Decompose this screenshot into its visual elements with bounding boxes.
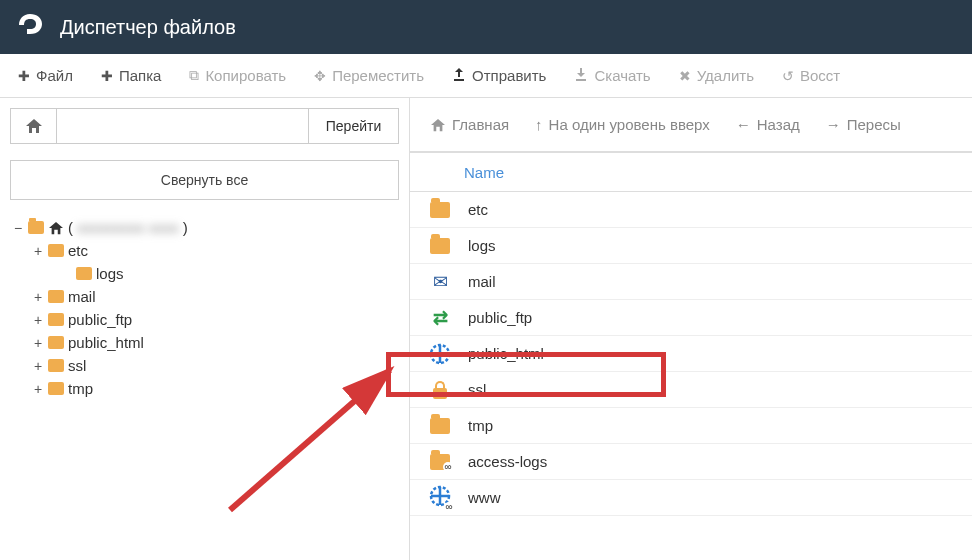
file-name: public_ftp bbox=[468, 309, 532, 326]
table-row[interactable]: logs bbox=[410, 228, 972, 264]
nav-toolbar: Главная ↑ На один уровень вверх ← Назад … bbox=[410, 98, 972, 152]
folder-icon bbox=[48, 290, 64, 303]
tree-node[interactable]: +public_ftp bbox=[32, 308, 399, 331]
table-row[interactable]: etc bbox=[410, 192, 972, 228]
home-icon bbox=[430, 118, 446, 132]
lock-icon bbox=[433, 381, 447, 399]
transfer-icon: ⇄ bbox=[433, 307, 448, 329]
copy-button[interactable]: ⧉Копировать bbox=[175, 59, 300, 92]
plus-icon: ✚ bbox=[18, 68, 30, 84]
folder-icon bbox=[430, 202, 450, 218]
table-header: Name bbox=[410, 152, 972, 192]
expand-icon[interactable]: + bbox=[32, 358, 44, 374]
folder-icon bbox=[430, 418, 450, 434]
folder-icon bbox=[48, 244, 64, 257]
folder-icon bbox=[48, 382, 64, 395]
expand-icon[interactable]: + bbox=[32, 243, 44, 259]
delete-icon: ✖ bbox=[679, 68, 691, 84]
table-row[interactable]: ∞access-logs bbox=[410, 444, 972, 480]
home-icon bbox=[25, 118, 43, 134]
upload-button[interactable]: Отправить bbox=[438, 59, 560, 92]
mail-icon: ✉ bbox=[433, 271, 448, 293]
app-title: Диспетчер файлов bbox=[60, 16, 236, 39]
expand-icon[interactable]: + bbox=[32, 289, 44, 305]
globe-icon bbox=[429, 343, 451, 365]
move-button[interactable]: ✥Переместить bbox=[300, 59, 438, 92]
nav-home-button[interactable]: Главная bbox=[420, 110, 519, 139]
folder-icon bbox=[430, 238, 450, 254]
folder-icon bbox=[48, 359, 64, 372]
tree-label: ssl bbox=[68, 357, 86, 374]
restore-icon: ↺ bbox=[782, 68, 794, 84]
file-name: access-logs bbox=[468, 453, 547, 470]
table-row[interactable]: public_html bbox=[410, 336, 972, 372]
arrow-left-icon: ← bbox=[736, 116, 751, 133]
link-badge-icon: ∞ bbox=[444, 502, 454, 512]
download-button[interactable]: Скачать bbox=[560, 59, 664, 92]
move-icon: ✥ bbox=[314, 68, 326, 84]
folder-open-icon bbox=[28, 221, 44, 234]
folder-icon bbox=[48, 336, 64, 349]
tree-label: logs bbox=[96, 265, 124, 282]
tree-label: public_ftp bbox=[68, 311, 132, 328]
file-list: etclogs✉mail⇄public_ftppublic_htmlssltmp… bbox=[410, 192, 972, 516]
copy-icon: ⧉ bbox=[189, 67, 199, 84]
table-row[interactable]: ✉mail bbox=[410, 264, 972, 300]
folder-icon bbox=[48, 313, 64, 326]
delete-button[interactable]: ✖Удалить bbox=[665, 59, 768, 92]
plus-icon: ✚ bbox=[101, 68, 113, 84]
tree-root[interactable]: − (xxxxxxxxx xxxx) bbox=[12, 216, 399, 239]
upload-icon bbox=[452, 67, 466, 84]
file-name: tmp bbox=[468, 417, 493, 434]
tree-label: mail bbox=[68, 288, 96, 305]
download-icon bbox=[574, 67, 588, 84]
content-container: Перейти Свернуть все − (xxxxxxxxx xxxx) … bbox=[0, 98, 972, 560]
restore-button[interactable]: ↺Восст bbox=[768, 59, 854, 92]
file-name: public_html bbox=[468, 345, 544, 362]
folder-icon bbox=[76, 267, 92, 280]
collapse-all-button[interactable]: Свернуть все bbox=[10, 160, 399, 200]
file-name: etc bbox=[468, 201, 488, 218]
tree-node[interactable]: +mail bbox=[32, 285, 399, 308]
tree-label: tmp bbox=[68, 380, 93, 397]
app-header: Диспетчер файлов bbox=[0, 0, 972, 54]
tree-node[interactable]: +public_html bbox=[32, 331, 399, 354]
logo-icon bbox=[14, 11, 46, 43]
tree-node[interactable]: +tmp bbox=[32, 377, 399, 400]
new-file-button[interactable]: ✚Файл bbox=[4, 59, 87, 92]
link-badge-icon: ∞ bbox=[443, 462, 453, 472]
file-name: mail bbox=[468, 273, 496, 290]
file-name: logs bbox=[468, 237, 496, 254]
expand-icon[interactable]: + bbox=[32, 335, 44, 351]
tree-node[interactable]: +ssl bbox=[32, 354, 399, 377]
expand-icon[interactable]: + bbox=[32, 381, 44, 397]
arrow-up-icon: ↑ bbox=[535, 116, 543, 133]
home-button[interactable] bbox=[11, 109, 57, 143]
collapse-icon[interactable]: − bbox=[12, 220, 24, 236]
nav-forward-button[interactable]: → Пересы bbox=[816, 110, 911, 139]
path-input[interactable] bbox=[57, 109, 308, 143]
home-icon bbox=[48, 221, 64, 235]
go-button[interactable]: Перейти bbox=[308, 109, 398, 143]
path-group: Перейти bbox=[10, 108, 399, 144]
arrow-right-icon: → bbox=[826, 116, 841, 133]
tree-label: public_html bbox=[68, 334, 144, 351]
file-name: www bbox=[468, 489, 501, 506]
sidebar: Перейти Свернуть все − (xxxxxxxxx xxxx) … bbox=[0, 98, 410, 560]
tree-node[interactable]: +etc bbox=[32, 239, 399, 262]
nav-back-button[interactable]: ← Назад bbox=[726, 110, 810, 139]
expand-icon[interactable]: + bbox=[32, 312, 44, 328]
new-folder-button[interactable]: ✚Папка bbox=[87, 59, 175, 92]
tree-node[interactable]: logs bbox=[32, 262, 399, 285]
main-toolbar: ✚Файл ✚Папка ⧉Копировать ✥Переместить От… bbox=[0, 54, 972, 98]
table-row[interactable]: ⇄public_ftp bbox=[410, 300, 972, 336]
column-name[interactable]: Name bbox=[460, 164, 504, 181]
main-panel: Главная ↑ На один уровень вверх ← Назад … bbox=[410, 98, 972, 560]
table-row[interactable]: ∞www bbox=[410, 480, 972, 516]
tree-label: etc bbox=[68, 242, 88, 259]
nav-up-button[interactable]: ↑ На один уровень вверх bbox=[525, 110, 720, 139]
table-row[interactable]: tmp bbox=[410, 408, 972, 444]
folder-tree: − (xxxxxxxxx xxxx) +etclogs+mail+public_… bbox=[10, 216, 399, 400]
file-name: ssl bbox=[468, 381, 486, 398]
table-row[interactable]: ssl bbox=[410, 372, 972, 408]
